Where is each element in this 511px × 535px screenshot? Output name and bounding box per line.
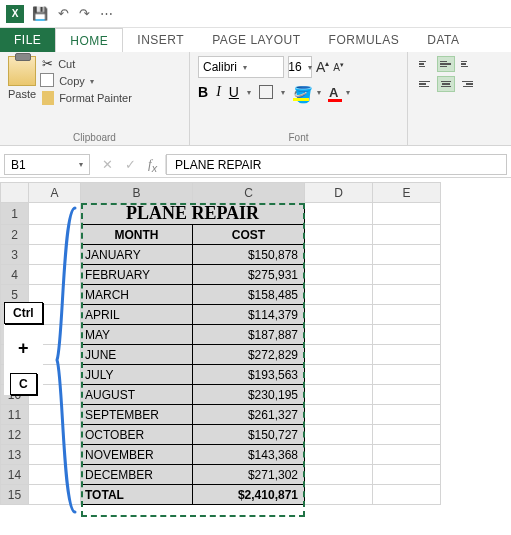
increase-font-icon[interactable]: A▴ (316, 59, 329, 75)
cell-cost[interactable]: $143,368 (193, 445, 305, 465)
cell[interactable] (305, 265, 373, 285)
align-bottom-button[interactable] (458, 56, 476, 72)
cell-cost[interactable]: $114,379 (193, 305, 305, 325)
tab-formulas[interactable]: FORMULAS (315, 28, 414, 52)
cell[interactable] (373, 385, 441, 405)
tab-page-layout[interactable]: PAGE LAYOUT (198, 28, 314, 52)
cell[interactable] (305, 203, 373, 225)
select-all-corner[interactable] (1, 183, 29, 203)
align-middle-button[interactable] (437, 56, 455, 72)
cell[interactable] (29, 465, 81, 485)
paste-button[interactable]: Paste (8, 56, 36, 100)
cell-month[interactable]: MAY (81, 325, 193, 345)
cell-cost[interactable]: $275,931 (193, 265, 305, 285)
cell-total-value[interactable]: $2,410,871 (193, 485, 305, 505)
cell[interactable] (29, 203, 81, 225)
chevron-down-icon[interactable]: ▾ (247, 88, 251, 97)
cell[interactable] (373, 425, 441, 445)
cell-header-month[interactable]: MONTH (81, 225, 193, 245)
align-top-button[interactable] (416, 56, 434, 72)
worksheet-grid[interactable]: A B C D E 1 PLANE REPAIR 2 MONTH COST 3J… (0, 182, 511, 505)
cell[interactable] (305, 445, 373, 465)
cell-month[interactable]: DECEMBER (81, 465, 193, 485)
row-header[interactable]: 4 (1, 265, 29, 285)
align-center-button[interactable] (437, 76, 455, 92)
row-header[interactable]: 3 (1, 245, 29, 265)
font-name-combo[interactable]: Calibri ▾ (198, 56, 284, 78)
cell[interactable] (305, 405, 373, 425)
col-header-d[interactable]: D (305, 183, 373, 203)
cell-cost[interactable]: $261,327 (193, 405, 305, 425)
cell[interactable] (373, 285, 441, 305)
tab-home[interactable]: HOME (55, 28, 123, 52)
col-header-b[interactable]: B (81, 183, 193, 203)
bold-button[interactable]: B (198, 84, 208, 100)
row-header[interactable]: 1 (1, 203, 29, 225)
cell[interactable] (29, 445, 81, 465)
cell-month[interactable]: JANUARY (81, 245, 193, 265)
chevron-down-icon[interactable]: ▾ (346, 88, 350, 97)
row-header[interactable]: 14 (1, 465, 29, 485)
cell-month[interactable]: NOVEMBER (81, 445, 193, 465)
align-left-button[interactable] (416, 76, 434, 92)
cell[interactable] (373, 445, 441, 465)
row-header[interactable]: 12 (1, 425, 29, 445)
cell-month[interactable]: OCTOBER (81, 425, 193, 445)
chevron-down-icon[interactable]: ▾ (281, 88, 285, 97)
cell[interactable] (305, 245, 373, 265)
save-icon[interactable]: 💾 (32, 6, 48, 21)
align-right-button[interactable] (458, 76, 476, 92)
cell[interactable] (373, 305, 441, 325)
cell[interactable] (305, 485, 373, 505)
fx-icon[interactable]: fx (148, 156, 157, 174)
format-painter-button[interactable]: Format Painter (42, 91, 132, 105)
cell-month[interactable]: MARCH (81, 285, 193, 305)
borders-button[interactable] (259, 85, 273, 99)
cell[interactable] (373, 203, 441, 225)
cell-cost[interactable]: $272,829 (193, 345, 305, 365)
cell[interactable] (373, 365, 441, 385)
cell[interactable] (29, 485, 81, 505)
col-header-a[interactable]: A (29, 183, 81, 203)
cell[interactable] (305, 385, 373, 405)
chevron-down-icon[interactable]: ▾ (317, 88, 321, 97)
cell[interactable] (373, 225, 441, 245)
cell[interactable] (29, 425, 81, 445)
cell[interactable] (305, 225, 373, 245)
cell-month[interactable]: APRIL (81, 305, 193, 325)
cell[interactable] (373, 465, 441, 485)
cell[interactable] (29, 265, 81, 285)
cell-cost[interactable]: $230,195 (193, 385, 305, 405)
italic-button[interactable]: I (216, 84, 221, 100)
redo-icon[interactable]: ↷ (79, 6, 90, 21)
cell-month[interactable]: AUGUST (81, 385, 193, 405)
cell[interactable] (29, 225, 81, 245)
undo-icon[interactable]: ↶ (58, 6, 69, 21)
cell-month[interactable]: JULY (81, 365, 193, 385)
cell[interactable] (373, 245, 441, 265)
cell[interactable] (305, 365, 373, 385)
cell-cost[interactable]: $271,302 (193, 465, 305, 485)
tab-insert[interactable]: INSERT (123, 28, 198, 52)
cell-cost[interactable]: $187,887 (193, 325, 305, 345)
cell-header-cost[interactable]: COST (193, 225, 305, 245)
cell[interactable] (305, 425, 373, 445)
cell[interactable] (373, 345, 441, 365)
font-size-combo[interactable]: 16 ▾ (288, 56, 312, 78)
cell-month[interactable]: SEPTEMBER (81, 405, 193, 425)
cell[interactable] (305, 305, 373, 325)
cell[interactable] (29, 245, 81, 265)
row-header[interactable]: 2 (1, 225, 29, 245)
name-box[interactable]: B1 ▾ (4, 154, 90, 175)
cell[interactable] (373, 325, 441, 345)
cell[interactable] (305, 285, 373, 305)
qat-customize-icon[interactable]: ⋯ (100, 6, 113, 21)
tab-data[interactable]: DATA (413, 28, 473, 52)
cell[interactable] (29, 405, 81, 425)
cell-cost[interactable]: $158,485 (193, 285, 305, 305)
fill-color-button[interactable]: 🪣 (293, 85, 309, 99)
cut-button[interactable]: ✂ Cut (42, 56, 132, 71)
row-header[interactable]: 11 (1, 405, 29, 425)
cell-month[interactable]: FEBRUARY (81, 265, 193, 285)
row-header[interactable]: 15 (1, 485, 29, 505)
